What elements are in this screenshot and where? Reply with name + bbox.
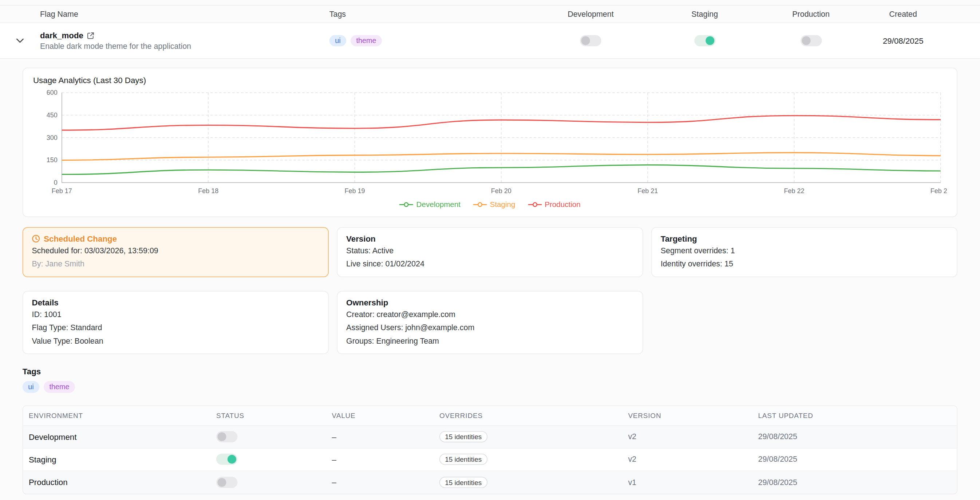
- tags-section-title: Tags: [22, 367, 958, 376]
- info-cards-row-2: Details ID: 1001Flag Type: StandardValue…: [22, 291, 958, 354]
- card-line: Identity overrides: 15: [661, 259, 948, 269]
- card-title-text: Scheduled Change: [44, 234, 117, 243]
- toggle-knob: [228, 455, 236, 464]
- created-date: 29/08/2025: [862, 36, 943, 46]
- toggle-knob: [705, 37, 714, 45]
- details-card: Details ID: 1001Flag Type: StandardValue…: [22, 291, 329, 354]
- version-title: Version: [346, 234, 634, 243]
- toggle-knob: [217, 433, 226, 441]
- version-card: Version Status: ActiveLive since: 01/02/…: [337, 227, 643, 277]
- svg-text:600: 600: [46, 89, 57, 96]
- ownership-lines: Creator: creator@example.comAssigned Use…: [346, 310, 634, 346]
- svg-text:Feb 21: Feb 21: [638, 187, 658, 195]
- usage-analytics-chart: 0150300450600Feb 17Feb 18Feb 19Feb 20Feb…: [33, 89, 947, 199]
- env-value: –: [332, 478, 439, 487]
- scheduled-change-lines: Scheduled for: 03/03/2026, 13:59:09By: J…: [32, 246, 320, 269]
- col-status: STATUS: [216, 412, 332, 420]
- version-lines: Status: ActiveLive since: 01/02/2024: [346, 246, 634, 269]
- external-link-icon[interactable]: [87, 32, 95, 39]
- card-line: By: Jane Smith: [32, 259, 320, 269]
- card-line: Segment overrides: 1: [661, 246, 948, 256]
- col-created: Created: [862, 10, 943, 19]
- chart-legend: DevelopmentStagingProduction: [33, 200, 947, 209]
- legend-item-production[interactable]: Production: [528, 200, 581, 209]
- collapse-row-button[interactable]: [0, 38, 40, 43]
- env-status-cell: [216, 477, 332, 488]
- details-lines: ID: 1001Flag Type: StandardValue Type: B…: [32, 310, 320, 346]
- targeting-title: Targeting: [661, 234, 948, 243]
- env-status-toggle[interactable]: [216, 431, 237, 442]
- analytics-title: Usage Analytics (Last 30 Days): [33, 76, 947, 85]
- svg-text:Feb 22: Feb 22: [784, 187, 804, 195]
- env-status-cell: [216, 454, 332, 465]
- tags-list: uitheme: [22, 381, 958, 393]
- details-title: Details: [32, 298, 320, 308]
- overrides-badge[interactable]: 15 identities: [439, 454, 487, 465]
- ownership-title: Ownership: [346, 298, 634, 308]
- card-line: ID: 1001: [32, 310, 320, 320]
- env-last-updated: 29/08/2025: [758, 478, 957, 487]
- flag-table-header: Flag Name Tags Development Staging Produ…: [0, 5, 980, 23]
- card-line: Creator: creator@example.com: [346, 310, 634, 320]
- col-overrides: OVERRIDES: [439, 412, 628, 420]
- env-value: –: [332, 455, 439, 464]
- flag-row-tags: uitheme: [329, 35, 531, 46]
- svg-text:300: 300: [46, 134, 57, 141]
- env-last-updated: 29/08/2025: [758, 433, 957, 441]
- development-toggle[interactable]: [580, 35, 601, 46]
- overrides-badge[interactable]: 15 identities: [439, 477, 487, 488]
- col-flag-name: Flag Name: [40, 10, 329, 19]
- env-version: v2: [628, 433, 758, 441]
- flag-name: dark_mode: [40, 30, 83, 40]
- clock-icon: [32, 235, 40, 243]
- card-line: Live since: 01/02/2024: [346, 259, 634, 269]
- col-staging: Staging: [650, 10, 759, 19]
- overrides-badge[interactable]: 15 identities: [439, 431, 487, 442]
- svg-text:0: 0: [54, 179, 57, 186]
- env-name: Production: [23, 478, 216, 487]
- flag-description: Enable dark mode theme for the applicati…: [40, 42, 329, 51]
- legend-marker-icon: [399, 201, 413, 208]
- env-overrides-cell: 15 identities: [439, 477, 628, 488]
- svg-text:Feb 18: Feb 18: [198, 187, 218, 195]
- env-table-row-development: Development–15 identitiesv229/08/2025: [23, 426, 957, 449]
- development-toggle-cell: [531, 35, 650, 46]
- svg-text:Feb 23: Feb 23: [931, 187, 947, 195]
- env-table-row-staging: Staging–15 identitiesv229/08/2025: [23, 449, 957, 471]
- card-line: Flag Type: Standard: [32, 323, 320, 333]
- col-environment: ENVIRONMENT: [23, 412, 216, 420]
- ownership-card: Ownership Creator: creator@example.comAs…: [337, 291, 643, 354]
- production-toggle[interactable]: [800, 35, 821, 46]
- environment-table-body: Development–15 identitiesv229/08/2025Sta…: [23, 426, 957, 494]
- env-status-toggle[interactable]: [216, 477, 237, 488]
- legend-label: Development: [417, 200, 460, 209]
- targeting-lines: Segment overrides: 1Identity overrides: …: [661, 246, 948, 269]
- legend-marker-icon: [473, 201, 487, 208]
- env-status-cell: [216, 431, 332, 442]
- svg-text:150: 150: [46, 157, 57, 164]
- tag-pill-theme: theme: [351, 35, 382, 46]
- col-last-updated: LAST UPDATED: [758, 412, 957, 420]
- env-version: v2: [628, 455, 758, 464]
- flag-row[interactable]: dark_mode Enable dark mode theme for the…: [0, 23, 980, 59]
- toggle-knob: [217, 478, 226, 487]
- flag-name-cell: dark_mode Enable dark mode theme for the…: [40, 30, 329, 51]
- card-line: Scheduled for: 03/03/2026, 13:59:09: [32, 246, 320, 256]
- card-line: Value Type: Boolean: [32, 336, 320, 346]
- legend-item-development[interactable]: Development: [399, 200, 460, 209]
- tag-pill-ui: ui: [22, 381, 39, 393]
- environment-table: ENVIRONMENT STATUS VALUE OVERRIDES VERSI…: [22, 405, 958, 494]
- scheduled-change-card: Scheduled Change Scheduled for: 03/03/20…: [22, 227, 329, 277]
- env-status-toggle[interactable]: [216, 454, 237, 465]
- legend-item-staging[interactable]: Staging: [473, 200, 515, 209]
- scheduled-change-title: Scheduled Change: [32, 234, 320, 243]
- feature-flag-details-page: Flag Name Tags Development Staging Produ…: [0, 0, 980, 500]
- env-value: –: [332, 432, 439, 442]
- empty-grid-cell: [651, 291, 958, 354]
- env-last-updated: 29/08/2025: [758, 455, 957, 464]
- legend-label: Staging: [490, 200, 515, 209]
- staging-toggle[interactable]: [694, 35, 715, 46]
- tag-pill-ui: ui: [329, 35, 346, 46]
- environment-table-header: ENVIRONMENT STATUS VALUE OVERRIDES VERSI…: [23, 406, 957, 426]
- env-version: v1: [628, 478, 758, 487]
